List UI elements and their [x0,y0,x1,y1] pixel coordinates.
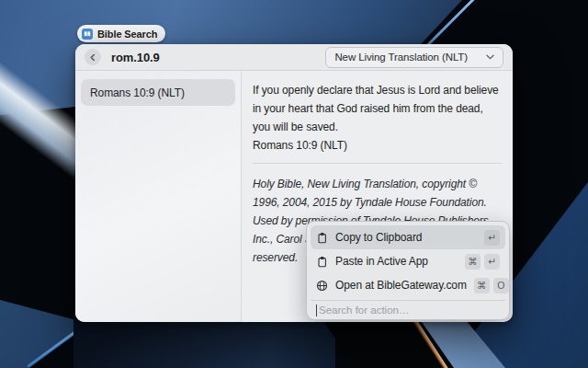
search-input[interactable] [111,51,286,64]
translation-dropdown[interactable]: New Living Translation (NLT) [325,47,503,68]
action-search-row [311,300,505,319]
action-label: Open at BibleGateway.com [335,279,467,292]
o-key: O [493,278,509,293]
extension-window: New Living Translation (NLT) Romans 10:9… [75,44,513,322]
translation-dropdown-label: New Living Translation (NLT) [334,52,468,63]
wallpaper-bottom-navy [74,316,335,368]
app-tag[interactable]: Bible Search [77,25,165,42]
command-key: ⌘ [474,278,490,293]
shortcut-keys: ↵ [484,230,500,246]
globe-icon [316,280,328,292]
command-key: ⌘ [465,254,481,270]
clipboard-icon [316,256,328,268]
verse-text: If you openly declare that Jesus is Lord… [253,81,502,136]
action-paste-in-active-app[interactable]: Paste in Active App ⌘ ↵ [311,249,505,273]
verse-reference: Romans 10:9 (NLT) [253,136,502,155]
action-label: Copy to Clipboard [335,231,422,244]
action-copy-to-clipboard[interactable]: Copy to Clipboard ↵ [311,225,505,249]
return-key: ↵ [484,254,500,270]
app-tag-label: Bible Search [97,29,157,40]
shortcut-keys: ⌘ O [474,278,509,293]
chevron-left-icon [88,52,98,63]
return-key: ↵ [484,230,500,246]
detail-divider [253,163,502,164]
results-list: Romans 10:9 (NLT) [75,72,242,322]
back-button[interactable] [85,49,101,65]
window-header: New Living Translation (NLT) [75,44,513,71]
action-search-input[interactable] [319,305,502,316]
action-label: Paste in Active App [335,255,428,268]
list-item-label: Romans 10:9 (NLT) [90,86,185,99]
list-item-romans-10-9[interactable]: Romans 10:9 (NLT) [81,79,235,106]
clipboard-icon [316,232,328,244]
actions-panel: Copy to Clipboard ↵ Paste in Active App … [306,221,510,320]
action-open-at-biblegateway[interactable]: Open at BibleGateway.com ⌘ O [311,273,505,297]
shortcut-keys: ⌘ ↵ [465,254,500,270]
text-caret [316,305,317,316]
desktop: Bible Search New Living Translation (NLT… [0,0,588,368]
bible-app-icon [82,29,93,40]
chevron-down-icon [486,54,494,60]
